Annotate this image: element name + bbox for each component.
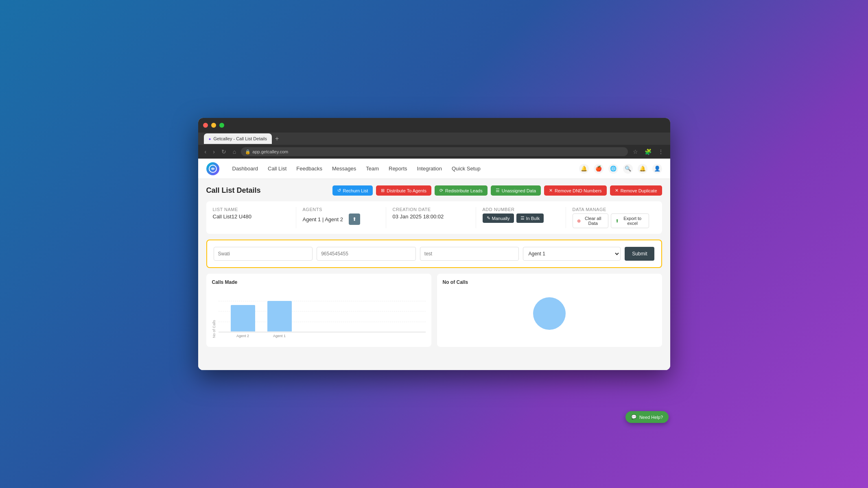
maximize-traffic-light[interactable] <box>219 123 224 128</box>
nav-messages[interactable]: Messages <box>332 164 356 173</box>
list-name-label: List Name <box>213 207 289 212</box>
rechurn-icon: ↺ <box>337 188 341 193</box>
nav-feedbacks[interactable]: Feedbacks <box>296 164 322 173</box>
address-input[interactable]: 🔒 app.getcalley.com <box>241 147 627 156</box>
browser-window: ● Getcalley - Call List Details + ‹ › ↻ … <box>198 118 670 370</box>
secure-icon: 🔒 <box>245 149 251 155</box>
page-header: Call List Details ↺ Rechurn List ⊞ Distr… <box>206 185 662 196</box>
bar-agent2: Agent 2 <box>231 305 255 338</box>
y-axis-label: No of Calls <box>212 320 216 338</box>
export-icon: ⬆ <box>615 218 619 224</box>
export-button[interactable]: ⬆ Export to excel <box>611 214 649 228</box>
close-traffic-light[interactable] <box>203 123 208 128</box>
header-buttons: ↺ Rechurn List ⊞ Distribute To Agents ⟳ … <box>332 185 662 196</box>
extensions-icon[interactable]: 🧩 <box>643 148 653 156</box>
clear-label: Clear all Data <box>582 216 604 226</box>
reload-button[interactable]: ↻ <box>220 148 228 156</box>
rechurn-label: Rechurn List <box>343 188 368 193</box>
nav-dashboard[interactable]: Dashboard <box>232 164 258 173</box>
remove-dup-label: Remove Duplicate <box>621 188 657 193</box>
remove-duplicate-button[interactable]: ✕ Remove Duplicate <box>610 185 662 196</box>
need-help-button[interactable]: 💬 Need Help? <box>625 411 669 423</box>
forward-button[interactable]: › <box>211 148 216 156</box>
distribute-label: Distribute To Agents <box>387 188 426 193</box>
home-button[interactable]: ⌂ <box>231 148 238 156</box>
charts-section: Calls Made No of Calls <box>206 274 662 347</box>
bars-container: Agent 2 Agent 1 <box>219 301 426 338</box>
tab-favicon: ● <box>209 137 211 141</box>
data-manage-label: Data Manage <box>573 207 649 212</box>
top-nav: Dashboard Call List Feedbacks Messages T… <box>198 159 670 179</box>
alert-icon[interactable]: 🔔 <box>638 164 647 174</box>
unassigned-icon: ☰ <box>496 188 500 193</box>
add-number-card: Add Number ✎ Manually ☰ In Bulk <box>476 207 566 228</box>
bulk-icon: ☰ <box>520 216 525 221</box>
nav-quick-setup[interactable]: Quick Setup <box>452 164 481 173</box>
notes-input[interactable] <box>420 247 519 261</box>
unassigned-label: Unassigned Data <box>502 188 536 193</box>
nav-team[interactable]: Team <box>366 164 379 173</box>
tab-title: Getcalley - Call List Details <box>214 136 267 141</box>
rechurn-list-button[interactable]: ↺ Rechurn List <box>332 185 373 196</box>
distribute-icon: ⊞ <box>381 188 385 193</box>
in-bulk-button[interactable]: ☰ In Bulk <box>516 214 544 223</box>
pie-chart-area <box>443 289 656 338</box>
new-tab-button[interactable]: + <box>275 135 279 142</box>
app-logo <box>206 162 219 175</box>
calls-made-chart: Calls Made No of Calls <box>206 274 431 347</box>
creation-date-card: Creation Date 03 Jan 2025 18:00:02 <box>386 207 476 228</box>
export-label: Export to excel <box>621 216 645 226</box>
nav-call-list[interactable]: Call List <box>268 164 286 173</box>
bar-agent2-rect <box>231 305 255 331</box>
url-display: app.getcalley.com <box>252 149 288 154</box>
manually-button[interactable]: ✎ Manually <box>483 214 514 223</box>
nav-icons-group: 🔔 🍎 🌐 🔍 🔔 👤 <box>579 164 662 174</box>
bar-agent2-label: Agent 2 <box>236 334 249 338</box>
agent-select[interactable]: Agent 1 Agent 2 <box>523 247 621 261</box>
page-title: Call List Details <box>206 186 261 195</box>
distribute-agents-button[interactable]: ⊞ Distribute To Agents <box>376 185 431 196</box>
bar-agent1-label: Agent 1 <box>273 334 286 338</box>
search-icon[interactable]: 🔍 <box>623 164 633 174</box>
list-name-value: Call List12 U480 <box>213 214 289 220</box>
bar-chart-area: Agent 2 Agent 1 <box>219 301 426 338</box>
calls-made-title: Calls Made <box>212 279 426 285</box>
agents-card: Agents Agent 1 | Agent 2 ⬆ <box>296 207 386 228</box>
bookmark-icon[interactable]: ☆ <box>631 148 640 156</box>
bulk-label: In Bulk <box>526 216 540 221</box>
redistribute-icon: ⟳ <box>439 188 443 193</box>
notification-icon[interactable]: 🔔 <box>579 164 589 174</box>
app-container: Dashboard Call List Feedbacks Messages T… <box>198 159 670 370</box>
submit-button[interactable]: Submit <box>625 247 654 261</box>
minimize-traffic-light[interactable] <box>211 123 216 128</box>
redistribute-leads-button[interactable]: ⟳ Redistribute Leads <box>435 185 488 196</box>
main-content: Call List Details ↺ Rechurn List ⊞ Distr… <box>198 179 670 370</box>
add-number-buttons: ✎ Manually ☰ In Bulk <box>483 214 559 223</box>
name-input[interactable] <box>214 247 313 261</box>
browser-titlebar <box>198 118 670 133</box>
redistribute-label: Redistribute Leads <box>445 188 483 193</box>
bar-agent1-rect <box>267 301 292 331</box>
clear-all-button[interactable]: ⊗ Clear all Data <box>573 214 608 228</box>
svg-point-1 <box>533 297 566 330</box>
back-button[interactable]: ‹ <box>203 148 208 156</box>
remove-dup-icon: ✕ <box>615 188 619 193</box>
remove-dnd-button[interactable]: ✕ Remove DND Numbers <box>544 185 607 196</box>
user-icon[interactable]: 👤 <box>652 164 662 174</box>
unassigned-data-button[interactable]: ☰ Unassigned Data <box>491 185 541 196</box>
agents-value: Agent 1 | Agent 2 <box>303 216 343 222</box>
no-of-calls-title: No of Calls <box>443 279 656 285</box>
agent-upload-button[interactable]: ⬆ <box>349 214 360 225</box>
browser-tab-active[interactable]: ● Getcalley - Call List Details <box>204 133 272 144</box>
globe-icon[interactable]: 🌐 <box>608 164 618 174</box>
menu-icon[interactable]: ⋮ <box>656 148 665 156</box>
list-name-card: List Name Call List12 U480 <box>213 207 296 228</box>
no-of-calls-chart: No of Calls <box>437 274 662 347</box>
nav-reports[interactable]: Reports <box>389 164 407 173</box>
phone-input[interactable] <box>317 247 416 261</box>
add-contact-form: Agent 1 Agent 2 Submit <box>206 240 662 268</box>
nav-integration[interactable]: Integration <box>417 164 442 173</box>
remove-dnd-label: Remove DND Numbers <box>555 188 602 193</box>
apple-icon[interactable]: 🍎 <box>594 164 603 174</box>
manually-label: Manually <box>492 216 510 221</box>
